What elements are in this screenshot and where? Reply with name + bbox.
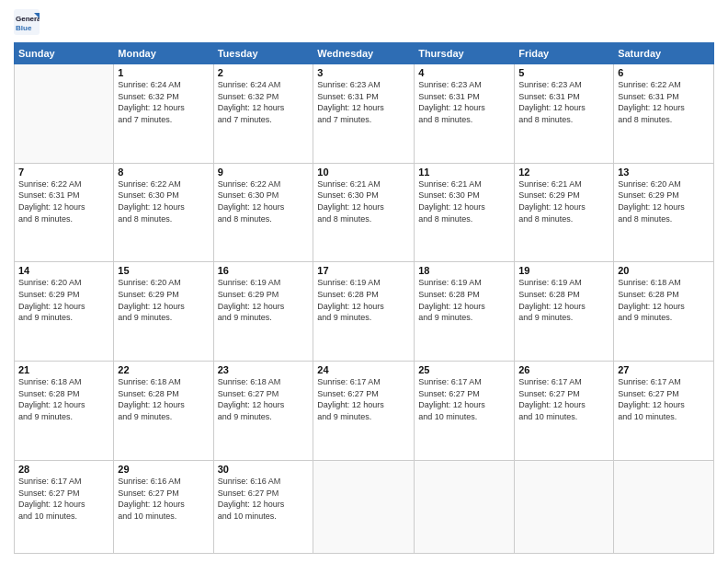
day-cell: 28Sunrise: 6:17 AM Sunset: 6:27 PM Dayli… (15, 460, 114, 553)
day-cell: 24Sunrise: 6:17 AM Sunset: 6:27 PM Dayli… (313, 362, 415, 461)
col-header-tuesday: Tuesday (213, 43, 313, 64)
day-cell: 18Sunrise: 6:19 AM Sunset: 6:28 PM Dayli… (415, 262, 515, 362)
day-cell: 30Sunrise: 6:16 AM Sunset: 6:27 PM Dayli… (213, 460, 313, 553)
day-number: 7 (18, 167, 109, 178)
col-header-friday: Friday (515, 43, 614, 64)
day-info: Sunrise: 6:22 AM Sunset: 6:30 PM Dayligh… (118, 178, 209, 224)
col-header-monday: Monday (114, 43, 213, 64)
col-header-wednesday: Wednesday (313, 43, 415, 64)
day-info: Sunrise: 6:18 AM Sunset: 6:27 PM Dayligh… (218, 376, 310, 422)
day-info: Sunrise: 6:17 AM Sunset: 6:27 PM Dayligh… (518, 376, 609, 422)
day-info: Sunrise: 6:22 AM Sunset: 6:31 PM Dayligh… (18, 178, 109, 224)
day-cell (515, 460, 614, 553)
day-number: 10 (317, 167, 410, 178)
week-row-4: 21Sunrise: 6:18 AM Sunset: 6:28 PM Dayli… (15, 362, 714, 461)
day-number: 5 (518, 67, 609, 78)
day-info: Sunrise: 6:23 AM Sunset: 6:31 PM Dayligh… (518, 79, 609, 125)
day-number: 16 (218, 265, 310, 276)
day-info: Sunrise: 6:17 AM Sunset: 6:27 PM Dayligh… (618, 376, 710, 422)
week-row-1: 1Sunrise: 6:24 AM Sunset: 6:32 PM Daylig… (15, 64, 714, 164)
col-header-thursday: Thursday (415, 43, 515, 64)
col-header-sunday: Sunday (15, 43, 114, 64)
day-info: Sunrise: 6:18 AM Sunset: 6:28 PM Dayligh… (118, 376, 209, 422)
day-number: 19 (518, 265, 609, 276)
day-number: 28 (18, 464, 109, 475)
day-cell: 15Sunrise: 6:20 AM Sunset: 6:29 PM Dayli… (114, 262, 213, 362)
day-info: Sunrise: 6:22 AM Sunset: 6:30 PM Dayligh… (218, 178, 310, 224)
day-number: 29 (118, 464, 209, 475)
week-row-3: 14Sunrise: 6:20 AM Sunset: 6:29 PM Dayli… (15, 262, 714, 362)
day-cell (313, 460, 415, 553)
day-number: 12 (518, 167, 609, 178)
day-info: Sunrise: 6:24 AM Sunset: 6:32 PM Dayligh… (218, 79, 310, 125)
day-info: Sunrise: 6:19 AM Sunset: 6:28 PM Dayligh… (317, 277, 410, 323)
day-info: Sunrise: 6:16 AM Sunset: 6:27 PM Dayligh… (118, 476, 209, 522)
day-info: Sunrise: 6:16 AM Sunset: 6:27 PM Dayligh… (218, 476, 310, 522)
day-number: 2 (218, 67, 310, 78)
day-number: 18 (418, 265, 510, 276)
day-info: Sunrise: 6:22 AM Sunset: 6:31 PM Dayligh… (618, 79, 710, 125)
day-cell: 20Sunrise: 6:18 AM Sunset: 6:28 PM Dayli… (614, 262, 714, 362)
day-cell: 13Sunrise: 6:20 AM Sunset: 6:29 PM Dayli… (614, 163, 714, 262)
day-info: Sunrise: 6:18 AM Sunset: 6:28 PM Dayligh… (618, 277, 710, 323)
day-number: 30 (218, 464, 310, 475)
day-info: Sunrise: 6:20 AM Sunset: 6:29 PM Dayligh… (118, 277, 209, 323)
header-row: SundayMondayTuesdayWednesdayThursdayFrid… (15, 43, 714, 64)
col-header-saturday: Saturday (614, 43, 714, 64)
day-cell (15, 64, 114, 164)
day-cell: 17Sunrise: 6:19 AM Sunset: 6:28 PM Dayli… (313, 262, 415, 362)
svg-text:Blue: Blue (16, 24, 32, 32)
calendar-table: SundayMondayTuesdayWednesdayThursdayFrid… (14, 42, 714, 554)
day-cell: 25Sunrise: 6:17 AM Sunset: 6:27 PM Dayli… (415, 362, 515, 461)
day-cell: 2Sunrise: 6:24 AM Sunset: 6:32 PM Daylig… (213, 64, 313, 164)
week-row-5: 28Sunrise: 6:17 AM Sunset: 6:27 PM Dayli… (15, 460, 714, 553)
day-info: Sunrise: 6:23 AM Sunset: 6:31 PM Dayligh… (418, 79, 510, 125)
day-number: 15 (118, 265, 209, 276)
day-info: Sunrise: 6:17 AM Sunset: 6:27 PM Dayligh… (418, 376, 510, 422)
week-row-2: 7Sunrise: 6:22 AM Sunset: 6:31 PM Daylig… (15, 163, 714, 262)
day-number: 17 (317, 265, 410, 276)
day-cell: 26Sunrise: 6:17 AM Sunset: 6:27 PM Dayli… (515, 362, 614, 461)
day-cell: 23Sunrise: 6:18 AM Sunset: 6:27 PM Dayli… (213, 362, 313, 461)
day-number: 13 (618, 167, 710, 178)
day-info: Sunrise: 6:19 AM Sunset: 6:29 PM Dayligh… (218, 277, 310, 323)
day-info: Sunrise: 6:17 AM Sunset: 6:27 PM Dayligh… (317, 376, 410, 422)
day-cell: 3Sunrise: 6:23 AM Sunset: 6:31 PM Daylig… (313, 64, 415, 164)
day-cell: 14Sunrise: 6:20 AM Sunset: 6:29 PM Dayli… (15, 262, 114, 362)
day-info: Sunrise: 6:23 AM Sunset: 6:31 PM Dayligh… (317, 79, 410, 125)
day-cell: 10Sunrise: 6:21 AM Sunset: 6:30 PM Dayli… (313, 163, 415, 262)
day-info: Sunrise: 6:21 AM Sunset: 6:30 PM Dayligh… (418, 178, 510, 224)
day-number: 11 (418, 167, 510, 178)
day-cell (415, 460, 515, 553)
day-number: 27 (618, 364, 710, 375)
day-number: 21 (18, 364, 109, 375)
day-number: 26 (518, 364, 609, 375)
day-number: 24 (317, 364, 410, 375)
day-cell: 29Sunrise: 6:16 AM Sunset: 6:27 PM Dayli… (114, 460, 213, 553)
day-info: Sunrise: 6:20 AM Sunset: 6:29 PM Dayligh… (618, 178, 710, 224)
day-info: Sunrise: 6:18 AM Sunset: 6:28 PM Dayligh… (18, 376, 109, 422)
day-info: Sunrise: 6:19 AM Sunset: 6:28 PM Dayligh… (518, 277, 609, 323)
day-cell: 5Sunrise: 6:23 AM Sunset: 6:31 PM Daylig… (515, 64, 614, 164)
day-cell (614, 460, 714, 553)
day-number: 4 (418, 67, 510, 78)
day-cell: 16Sunrise: 6:19 AM Sunset: 6:29 PM Dayli… (213, 262, 313, 362)
logo: General Blue (14, 9, 43, 35)
day-number: 22 (118, 364, 209, 375)
day-info: Sunrise: 6:24 AM Sunset: 6:32 PM Dayligh… (118, 79, 209, 125)
day-cell: 8Sunrise: 6:22 AM Sunset: 6:30 PM Daylig… (114, 163, 213, 262)
svg-text:General: General (16, 15, 40, 23)
day-number: 1 (118, 67, 209, 78)
day-number: 25 (418, 364, 510, 375)
day-number: 6 (618, 67, 710, 78)
day-number: 23 (218, 364, 310, 375)
day-info: Sunrise: 6:21 AM Sunset: 6:29 PM Dayligh… (518, 178, 609, 224)
day-cell: 21Sunrise: 6:18 AM Sunset: 6:28 PM Dayli… (15, 362, 114, 461)
day-cell: 12Sunrise: 6:21 AM Sunset: 6:29 PM Dayli… (515, 163, 614, 262)
day-number: 9 (218, 167, 310, 178)
day-cell: 4Sunrise: 6:23 AM Sunset: 6:31 PM Daylig… (415, 64, 515, 164)
day-cell: 11Sunrise: 6:21 AM Sunset: 6:30 PM Dayli… (415, 163, 515, 262)
day-cell: 6Sunrise: 6:22 AM Sunset: 6:31 PM Daylig… (614, 64, 714, 164)
header: General Blue (14, 9, 714, 35)
day-cell: 27Sunrise: 6:17 AM Sunset: 6:27 PM Dayli… (614, 362, 714, 461)
